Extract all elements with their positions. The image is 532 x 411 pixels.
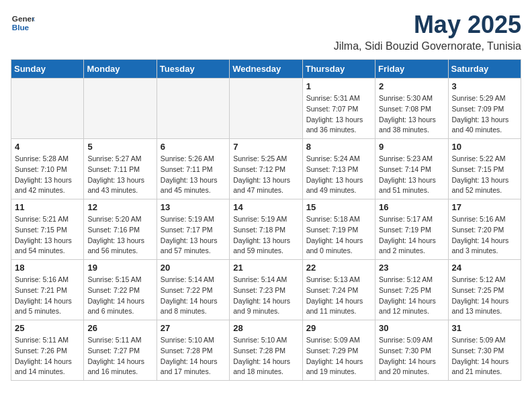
- calendar-cell: 18Sunrise: 5:16 AMSunset: 7:21 PMDayligh…: [11, 260, 84, 320]
- calendar-cell: 5Sunrise: 5:27 AMSunset: 7:11 PMDaylight…: [84, 139, 157, 199]
- day-number: 31: [452, 323, 517, 333]
- day-number: 2: [379, 81, 444, 91]
- calendar-cell: 29Sunrise: 5:09 AMSunset: 7:29 PMDayligh…: [302, 320, 375, 381]
- calendar-cell: 13Sunrise: 5:19 AMSunset: 7:17 PMDayligh…: [157, 199, 229, 260]
- day-number: 6: [161, 142, 226, 152]
- day-info: Sunrise: 5:11 AMSunset: 7:26 PMDaylight:…: [15, 335, 80, 377]
- column-header-saturday: Saturday: [448, 60, 521, 79]
- day-info: Sunrise: 5:11 AMSunset: 7:27 PMDaylight:…: [87, 335, 152, 377]
- calendar-cell: 4Sunrise: 5:28 AMSunset: 7:10 PMDaylight…: [11, 139, 84, 199]
- day-info: Sunrise: 5:21 AMSunset: 7:15 PMDaylight:…: [15, 214, 80, 257]
- calendar-cell: 21Sunrise: 5:14 AMSunset: 7:23 PMDayligh…: [230, 260, 302, 320]
- calendar-cell: 20Sunrise: 5:14 AMSunset: 7:22 PMDayligh…: [157, 260, 229, 320]
- calendar-cell: [157, 79, 229, 139]
- day-info: Sunrise: 5:27 AMSunset: 7:11 PMDaylight:…: [87, 154, 152, 196]
- day-info: Sunrise: 5:13 AMSunset: 7:24 PMDaylight:…: [306, 275, 371, 317]
- day-info: Sunrise: 5:16 AMSunset: 7:21 PMDaylight:…: [15, 275, 80, 317]
- day-number: 21: [233, 263, 298, 273]
- svg-text:Blue: Blue: [12, 23, 30, 32]
- calendar-cell: 2Sunrise: 5:30 AMSunset: 7:08 PMDaylight…: [375, 79, 448, 139]
- calendar-week-3: 11Sunrise: 5:21 AMSunset: 7:15 PMDayligh…: [11, 199, 521, 260]
- calendar-cell: 7Sunrise: 5:25 AMSunset: 7:12 PMDaylight…: [230, 139, 302, 199]
- calendar-cell: 8Sunrise: 5:24 AMSunset: 7:13 PMDaylight…: [302, 139, 375, 199]
- day-info: Sunrise: 5:09 AMSunset: 7:29 PMDaylight:…: [306, 335, 371, 377]
- day-info: Sunrise: 5:09 AMSunset: 7:30 PMDaylight:…: [379, 335, 444, 377]
- day-info: Sunrise: 5:18 AMSunset: 7:19 PMDaylight:…: [306, 214, 371, 257]
- calendar-cell: 25Sunrise: 5:11 AMSunset: 7:26 PMDayligh…: [11, 320, 84, 381]
- day-number: 3: [452, 81, 517, 91]
- day-number: 22: [306, 263, 371, 273]
- day-number: 23: [379, 263, 444, 273]
- day-info: Sunrise: 5:24 AMSunset: 7:13 PMDaylight:…: [306, 154, 371, 196]
- month-year-title: May 2025: [334, 11, 521, 39]
- day-number: 5: [87, 142, 152, 152]
- day-info: Sunrise: 5:14 AMSunset: 7:23 PMDaylight:…: [233, 275, 298, 317]
- calendar-cell: 19Sunrise: 5:15 AMSunset: 7:22 PMDayligh…: [84, 260, 157, 320]
- column-header-monday: Monday: [84, 60, 157, 79]
- day-info: Sunrise: 5:20 AMSunset: 7:16 PMDaylight:…: [87, 214, 152, 257]
- day-number: 8: [306, 142, 371, 152]
- day-number: 12: [87, 202, 152, 212]
- day-info: Sunrise: 5:26 AMSunset: 7:11 PMDaylight:…: [161, 154, 226, 196]
- day-number: 29: [306, 323, 371, 333]
- day-info: Sunrise: 5:10 AMSunset: 7:28 PMDaylight:…: [233, 335, 298, 377]
- day-info: Sunrise: 5:09 AMSunset: 7:30 PMDaylight:…: [452, 335, 517, 377]
- page-header: General Blue May 2025 Jilma, Sidi Bouzid…: [11, 11, 521, 52]
- day-number: 26: [87, 323, 152, 333]
- day-info: Sunrise: 5:23 AMSunset: 7:14 PMDaylight:…: [379, 154, 444, 196]
- column-header-friday: Friday: [375, 60, 448, 79]
- day-number: 11: [15, 202, 80, 212]
- day-number: 14: [233, 202, 298, 212]
- calendar-cell: 9Sunrise: 5:23 AMSunset: 7:14 PMDaylight…: [375, 139, 448, 199]
- calendar-cell: [230, 79, 302, 139]
- day-info: Sunrise: 5:12 AMSunset: 7:25 PMDaylight:…: [452, 275, 517, 317]
- day-number: 9: [379, 142, 444, 152]
- day-info: Sunrise: 5:25 AMSunset: 7:12 PMDaylight:…: [233, 154, 298, 196]
- calendar-cell: 24Sunrise: 5:12 AMSunset: 7:25 PMDayligh…: [448, 260, 521, 320]
- calendar-cell: [84, 79, 157, 139]
- day-number: 1: [306, 81, 371, 91]
- day-info: Sunrise: 5:22 AMSunset: 7:15 PMDaylight:…: [452, 154, 517, 196]
- day-info: Sunrise: 5:15 AMSunset: 7:22 PMDaylight:…: [87, 275, 152, 317]
- day-number: 4: [15, 142, 80, 152]
- day-number: 19: [87, 263, 152, 273]
- column-header-sunday: Sunday: [11, 60, 84, 79]
- calendar-week-4: 18Sunrise: 5:16 AMSunset: 7:21 PMDayligh…: [11, 260, 521, 320]
- day-number: 15: [306, 202, 371, 212]
- calendar-cell: 23Sunrise: 5:12 AMSunset: 7:25 PMDayligh…: [375, 260, 448, 320]
- day-number: 13: [161, 202, 226, 212]
- day-info: Sunrise: 5:17 AMSunset: 7:19 PMDaylight:…: [379, 214, 444, 257]
- column-header-tuesday: Tuesday: [157, 60, 229, 79]
- column-header-thursday: Thursday: [302, 60, 375, 79]
- day-info: Sunrise: 5:19 AMSunset: 7:18 PMDaylight:…: [233, 214, 298, 257]
- day-number: 10: [452, 142, 517, 152]
- day-number: 17: [452, 202, 517, 212]
- calendar-week-2: 4Sunrise: 5:28 AMSunset: 7:10 PMDaylight…: [11, 139, 521, 199]
- calendar-cell: 26Sunrise: 5:11 AMSunset: 7:27 PMDayligh…: [84, 320, 157, 381]
- logo: General Blue: [11, 11, 35, 35]
- calendar-cell: 27Sunrise: 5:10 AMSunset: 7:28 PMDayligh…: [157, 320, 229, 381]
- day-info: Sunrise: 5:19 AMSunset: 7:17 PMDaylight:…: [161, 214, 226, 257]
- calendar-cell: 16Sunrise: 5:17 AMSunset: 7:19 PMDayligh…: [375, 199, 448, 260]
- day-number: 7: [233, 142, 298, 152]
- calendar-cell: 14Sunrise: 5:19 AMSunset: 7:18 PMDayligh…: [230, 199, 302, 260]
- calendar-cell: 10Sunrise: 5:22 AMSunset: 7:15 PMDayligh…: [448, 139, 521, 199]
- calendar-header-row: SundayMondayTuesdayWednesdayThursdayFrid…: [11, 60, 521, 79]
- day-number: 24: [452, 263, 517, 273]
- day-number: 18: [15, 263, 80, 273]
- day-info: Sunrise: 5:28 AMSunset: 7:10 PMDaylight:…: [15, 154, 80, 196]
- day-info: Sunrise: 5:12 AMSunset: 7:25 PMDaylight:…: [379, 275, 444, 317]
- calendar-cell: 31Sunrise: 5:09 AMSunset: 7:30 PMDayligh…: [448, 320, 521, 381]
- day-number: 25: [15, 323, 80, 333]
- logo-icon: General Blue: [11, 11, 35, 35]
- svg-text:General: General: [12, 14, 35, 23]
- day-number: 27: [161, 323, 226, 333]
- calendar-cell: 11Sunrise: 5:21 AMSunset: 7:15 PMDayligh…: [11, 199, 84, 260]
- location-subtitle: Jilma, Sidi Bouzid Governorate, Tunisia: [334, 40, 521, 52]
- day-info: Sunrise: 5:31 AMSunset: 7:07 PMDaylight:…: [306, 93, 371, 136]
- calendar-cell: 3Sunrise: 5:29 AMSunset: 7:09 PMDaylight…: [448, 79, 521, 139]
- calendar-cell: 12Sunrise: 5:20 AMSunset: 7:16 PMDayligh…: [84, 199, 157, 260]
- day-info: Sunrise: 5:29 AMSunset: 7:09 PMDaylight:…: [452, 93, 517, 136]
- day-info: Sunrise: 5:14 AMSunset: 7:22 PMDaylight:…: [161, 275, 226, 317]
- calendar-cell: 22Sunrise: 5:13 AMSunset: 7:24 PMDayligh…: [302, 260, 375, 320]
